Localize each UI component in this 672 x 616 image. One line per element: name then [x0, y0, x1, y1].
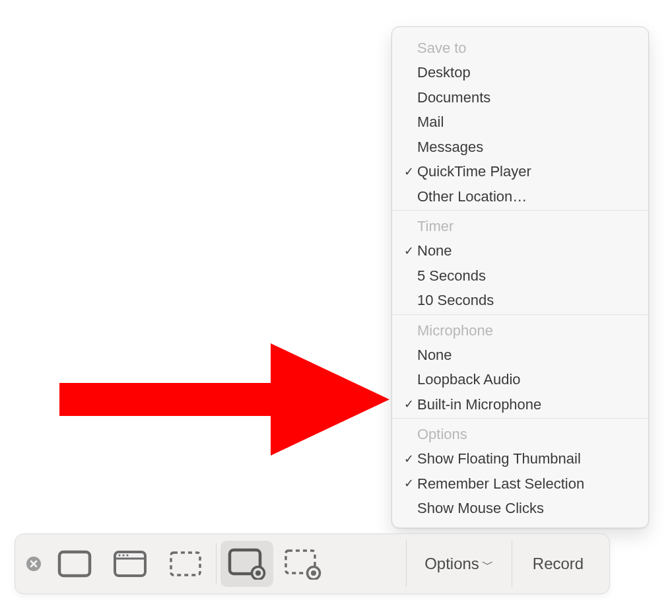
menu-item-save-mail[interactable]: ✓ Mail	[392, 110, 648, 135]
menu-item-save-desktop[interactable]: ✓ Desktop	[392, 60, 648, 85]
menu-item-save-messages[interactable]: ✓ Messages	[392, 135, 648, 160]
check-icon: ✓	[400, 164, 417, 180]
menu-header-timer: Timer	[392, 215, 648, 238]
chevron-down-icon: ﹀	[482, 559, 494, 570]
menu-item-label: None	[417, 346, 452, 364]
menu-item-label: QuickTime Player	[417, 162, 531, 181]
menu-item-label: Remember Last Selection	[417, 475, 584, 493]
svg-point-5	[118, 554, 120, 556]
menu-header-options: Options	[392, 423, 648, 446]
options-button-label: Options	[424, 555, 479, 573]
options-popover: Save to ✓ Desktop ✓ Documents ✓ Mail ✓ M…	[391, 26, 649, 528]
menu-header-microphone: Microphone	[392, 319, 648, 343]
menu-item-label: 10 Seconds	[417, 291, 494, 310]
menu-item-save-other[interactable]: ✓ Other Location…	[392, 184, 648, 209]
menu-item-remember-selection[interactable]: ✓ Remember Last Selection	[392, 471, 648, 496]
menu-item-floating-thumbnail[interactable]: ✓ Show Floating Thumbnail	[392, 446, 648, 471]
menu-item-label: Mail	[417, 113, 444, 131]
menu-header-save-to: Save to	[392, 36, 648, 60]
check-icon: ✓	[400, 476, 417, 491]
menu-item-label: None	[417, 242, 452, 260]
svg-rect-8	[171, 553, 200, 575]
record-selection-button[interactable]	[276, 541, 329, 587]
record-full-screen-icon	[228, 548, 266, 580]
menu-item-label: Built-in Microphone	[417, 395, 541, 414]
screenshot-toolbar: Options ﹀ Record	[15, 533, 610, 594]
check-icon: ✓	[400, 397, 417, 412]
menu-item-label: Show Floating Thumbnail	[417, 450, 581, 468]
menu-section-timer: Timer ✓ None ✓ 5 Seconds ✓ 10 Seconds	[392, 210, 648, 314]
record-full-screen-button[interactable]	[220, 541, 273, 587]
capture-selection-icon	[168, 550, 203, 578]
capture-full-screen-icon	[57, 550, 92, 578]
menu-item-label: Desktop	[417, 63, 471, 82]
menu-section-microphone: Microphone ✓ None ✓ Loopback Audio ✓ Bui…	[392, 314, 648, 419]
record-selection-icon	[283, 548, 321, 580]
svg-point-11	[255, 570, 261, 576]
menu-item-label: 5 Seconds	[417, 267, 486, 285]
menu-section-options: Options ✓ Show Floating Thumbnail ✓ Reme…	[392, 418, 648, 522]
menu-item-label: Show Mouse Clicks	[417, 499, 544, 518]
close-icon	[26, 556, 42, 572]
options-button[interactable]: Options ﹀	[406, 541, 512, 587]
close-button[interactable]	[20, 556, 47, 572]
annotation-arrow	[59, 343, 389, 456]
svg-point-14	[311, 570, 316, 576]
capture-selection-button[interactable]	[159, 541, 212, 587]
svg-rect-2	[59, 552, 90, 576]
menu-item-save-quicktime[interactable]: ✓ QuickTime Player	[392, 159, 648, 184]
capture-full-screen-button[interactable]	[48, 541, 101, 587]
record-button[interactable]: Record	[512, 541, 604, 587]
menu-item-timer-none[interactable]: ✓ None	[392, 238, 648, 263]
menu-item-label: Documents	[417, 88, 490, 107]
check-icon: ✓	[400, 244, 417, 259]
svg-point-7	[126, 554, 128, 556]
capture-window-button[interactable]	[104, 541, 156, 587]
menu-item-timer-10s[interactable]: ✓ 10 Seconds	[392, 288, 648, 313]
svg-marker-0	[59, 343, 389, 456]
menu-item-label: Messages	[417, 138, 483, 156]
menu-item-label: Loopback Audio	[417, 370, 521, 389]
menu-section-save-to: Save to ✓ Desktop ✓ Documents ✓ Mail ✓ M…	[392, 32, 648, 210]
check-icon: ✓	[400, 452, 417, 467]
menu-item-label: Other Location…	[417, 188, 527, 206]
capture-window-icon	[113, 550, 147, 578]
svg-point-6	[122, 554, 124, 556]
menu-item-show-clicks[interactable]: ✓ Show Mouse Clicks	[392, 496, 648, 521]
record-button-label: Record	[533, 555, 584, 573]
menu-item-save-documents[interactable]: ✓ Documents	[392, 85, 648, 110]
toolbar-separator	[216, 543, 217, 584]
menu-item-mic-loopback[interactable]: ✓ Loopback Audio	[392, 367, 648, 392]
menu-item-mic-builtin[interactable]: ✓ Built-in Microphone	[392, 392, 648, 417]
menu-item-timer-5s[interactable]: ✓ 5 Seconds	[392, 263, 648, 289]
menu-item-mic-none[interactable]: ✓ None	[392, 343, 648, 368]
